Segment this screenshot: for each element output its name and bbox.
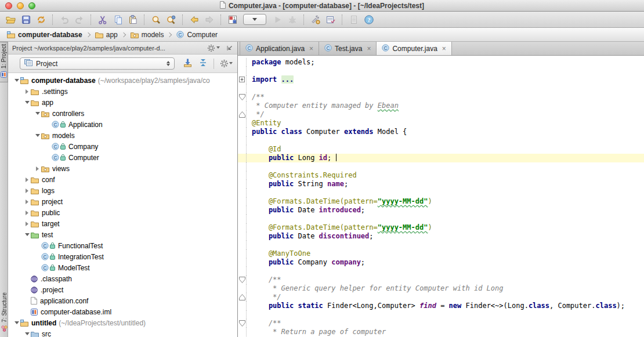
tab-close-icon[interactable]: × (367, 45, 371, 52)
redo-icon (73, 13, 85, 26)
project-icon (20, 77, 28, 84)
fold-marker-close-icon[interactable] (238, 110, 247, 119)
tool-window-button-1-project[interactable]: 1: Project (0, 42, 8, 82)
collapsed-arrow-icon[interactable] (23, 200, 31, 204)
expanded-arrow-icon[interactable] (13, 321, 20, 324)
expanded-arrow-icon[interactable] (23, 332, 31, 335)
fold-marker-open-icon[interactable] (238, 276, 247, 284)
close-window-button[interactable] (5, 2, 12, 9)
breadcrumb-item-app[interactable]: app (94, 31, 119, 39)
paste-icon[interactable] (126, 13, 139, 26)
tree-row-models[interactable]: models (8, 130, 237, 141)
synchronize-icon[interactable] (35, 13, 47, 26)
tree-row--project[interactable]: .project (8, 284, 237, 295)
tree-row-computer[interactable]: CComputer (8, 152, 237, 163)
tree-row-conf[interactable]: conf (8, 174, 237, 185)
breadcrumb-item-Computer[interactable]: CComputer (175, 31, 219, 39)
minimize-window-button[interactable] (17, 2, 24, 9)
code-line-text (247, 310, 252, 319)
package-icon (41, 132, 49, 139)
tree-row-app[interactable]: app (8, 97, 237, 108)
project-tree[interactable]: computer-database (~/workspace/play2/sam… (8, 73, 237, 337)
breadcrumb-item-models[interactable]: models (129, 31, 165, 39)
project-panel-title: Project ~/workspace/play2/samples/java/c… (12, 45, 204, 52)
code-line: public class Computer extends Model { (238, 128, 644, 136)
expanded-arrow-icon[interactable] (23, 233, 31, 236)
collapsed-arrow-icon[interactable] (23, 222, 31, 226)
class-icon: C (52, 143, 66, 150)
save-all-icon[interactable] (20, 13, 32, 26)
tree-row--classpath[interactable]: .classpath (8, 273, 237, 284)
open-project-icon[interactable] (5, 13, 17, 26)
tree-row-target[interactable]: target (8, 218, 237, 229)
expanded-arrow-icon[interactable] (34, 112, 41, 115)
collapsed-arrow-icon[interactable] (23, 177, 31, 182)
tree-row-functionaltest[interactable]: CFunctionalTest (8, 240, 237, 251)
expanded-arrow-icon[interactable] (34, 134, 41, 137)
tree-row-src[interactable]: src (8, 328, 237, 337)
run-configurations-icon[interactable]: 1 (226, 13, 238, 26)
tree-row--settings[interactable]: .settings (8, 86, 237, 97)
fold-marker-close-icon[interactable] (238, 293, 247, 302)
gutter (238, 249, 247, 258)
tab-application-java[interactable]: CApplication.java× (240, 42, 319, 55)
fold-marker-plus-icon[interactable] (238, 75, 247, 84)
code-line (238, 189, 644, 197)
panel-gear-icon[interactable] (207, 44, 220, 52)
collapsed-arrow-icon[interactable] (23, 89, 31, 94)
replace-icon[interactable] (165, 13, 177, 26)
tree-row-modeltest[interactable]: CModelTest (8, 262, 237, 273)
collapsed-arrow-icon[interactable] (23, 189, 31, 193)
tree-row-public[interactable]: public (8, 207, 237, 218)
tree-row-logs[interactable]: logs (8, 185, 237, 196)
back-icon[interactable] (188, 13, 200, 26)
panel-settings-gear-icon[interactable] (220, 59, 233, 68)
fold-marker-open-icon[interactable] (238, 93, 247, 102)
fold-marker-open-icon[interactable] (238, 319, 247, 328)
expanded-arrow-icon[interactable] (13, 79, 20, 82)
code-line-text (247, 267, 252, 276)
collapse-all-icon[interactable] (198, 58, 208, 70)
settings-icon[interactable] (309, 13, 321, 26)
tab-computer-java[interactable]: CComputer.java× (376, 42, 451, 55)
tree-row-test[interactable]: test (8, 229, 237, 240)
tree-row-controllers[interactable]: controllers (8, 108, 237, 119)
tree-row-application-conf[interactable]: application.conf (8, 295, 237, 306)
tree-row-integrationtest[interactable]: CIntegrationTest (8, 251, 237, 262)
code-editor[interactable]: package models;import .../** * Computer … (238, 56, 644, 337)
code-line-text: /** (247, 319, 281, 328)
tree-row-computer-database[interactable]: computer-database (~/workspace/play2/sam… (8, 75, 237, 86)
collapsed-arrow-icon[interactable] (23, 211, 31, 215)
tree-row-computer-database-iml[interactable]: computer-database.iml (8, 306, 237, 317)
collapsed-arrow-icon[interactable] (34, 166, 41, 171)
folder-blue-icon (31, 331, 39, 337)
tree-row-views[interactable]: views (8, 163, 237, 174)
iml-icon (31, 309, 38, 316)
zoom-window-button[interactable] (28, 2, 35, 9)
expanded-arrow-icon[interactable] (23, 101, 31, 104)
scroll-from-source-icon[interactable] (183, 58, 193, 70)
help-icon[interactable]: ? (363, 13, 375, 26)
tab-close-icon[interactable]: × (442, 45, 446, 52)
code-line-text: * Return a page of computer (247, 328, 386, 336)
tool-window-button-7-structure[interactable]: 7: Structure (0, 291, 8, 336)
tree-row-company[interactable]: CCompany (8, 141, 237, 152)
tree-row-project[interactable]: project (8, 196, 237, 207)
code-line: import ... (238, 75, 644, 84)
tab-close-icon[interactable]: × (309, 45, 313, 52)
cut-icon[interactable] (96, 13, 108, 26)
project-structure-icon[interactable] (324, 13, 337, 26)
export-icon (348, 13, 360, 26)
hide-panel-icon[interactable] (226, 45, 233, 52)
tab-test-java[interactable]: CTest.java× (319, 42, 377, 55)
tree-row-untitled[interactable]: untitled (~/IdeaProjects/test/untitled) (8, 317, 237, 328)
gutter (238, 128, 247, 136)
tree-row-application[interactable]: CApplication (8, 119, 237, 130)
run-configuration-select[interactable] (243, 14, 266, 25)
find-icon[interactable] (150, 13, 162, 26)
project-view-select-value: Project (36, 60, 57, 68)
breadcrumb-item-computer-database[interactable]: computer-database (6, 31, 84, 39)
project-view-select[interactable]: Project (20, 57, 175, 70)
gutter (238, 302, 247, 310)
copy-icon[interactable] (111, 13, 124, 26)
